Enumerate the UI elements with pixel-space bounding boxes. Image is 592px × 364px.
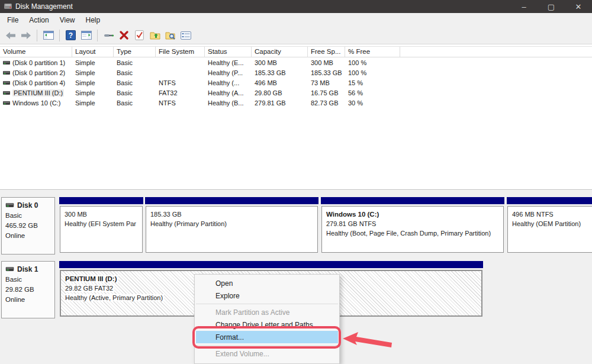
table-cell: Simple [72, 89, 114, 96]
delete-icon[interactable] [118, 29, 130, 41]
table-cell: NTFS [156, 79, 205, 86]
context-menu-item-change-drive-letter-and-paths[interactable]: Change Drive Letter and Paths... [196, 318, 338, 331]
table-cell: Basic [114, 79, 156, 86]
table-cell: 100 % [345, 69, 400, 76]
table-cell: (Disk 0 partition 1) [0, 59, 72, 66]
disk-label-box[interactable]: Disk 0Basic465.92 GBOnline [1, 197, 55, 255]
table-cell: 300 MB [308, 59, 345, 66]
table-row[interactable]: Windows 10 (C:)SimpleBasicNTFSHealthy (B… [0, 98, 592, 108]
context-menu-item-explore[interactable]: Explore [196, 289, 338, 302]
context-menu-item-mark-partition-as-active: Mark Partition as Active [196, 306, 338, 318]
disk-size: 465.92 GB [5, 221, 54, 231]
folder-search-icon[interactable] [164, 29, 176, 41]
partition-status: Healthy (OEM Partition) [512, 219, 592, 228]
volume-list-rows: (Disk 0 partition 1)SimpleBasicHealthy (… [0, 57, 592, 108]
close-button[interactable]: ✕ [565, 0, 592, 13]
menu-file[interactable]: File [2, 13, 24, 27]
toolbar-separator [59, 30, 60, 41]
table-cell: 82.73 GB [308, 99, 345, 107]
disk-status: Online [5, 231, 54, 241]
table-cell: 56 % [345, 89, 400, 96]
disk-kind: Basic [5, 275, 54, 285]
table-cell: Healthy (A... [205, 89, 252, 96]
partition-info-box: 185.33 GBHealthy (Primary Partition) [146, 206, 318, 253]
table-cell: Basic [114, 89, 156, 96]
disk-icon [5, 265, 14, 275]
table-cell: 279.81 GB [252, 99, 308, 107]
menu-separator [196, 304, 338, 304]
device-tool-icon[interactable] [102, 29, 115, 41]
table-row[interactable]: (Disk 0 partition 1)SimpleBasicHealthy (… [0, 57, 592, 67]
maximize-button[interactable]: ▢ [538, 0, 565, 13]
table-cell: Healthy (B... [205, 99, 252, 107]
column-header[interactable]: Status [205, 47, 252, 57]
partition[interactable]: 185.33 GBHealthy (Primary Partition) [145, 197, 318, 255]
properties-icon[interactable] [179, 29, 192, 41]
partition-status: Healthy (Primary Partition) [150, 219, 313, 228]
console-tree-icon[interactable] [42, 29, 54, 41]
folder-up-icon[interactable] [149, 29, 161, 41]
partition-info-box: 300 MBHealthy (EFI System Par [60, 206, 143, 253]
column-header[interactable]: % Free [345, 47, 400, 57]
partition[interactable]: 300 MBHealthy (EFI System Par [59, 197, 143, 255]
table-cell: Basic [114, 99, 156, 107]
partition-color-strip [145, 197, 318, 204]
toolbar-separator [97, 30, 98, 41]
partition-size: 185.33 GB [150, 210, 313, 219]
disk-name: Disk 0 [17, 201, 38, 211]
volume-disk-icon [3, 79, 10, 86]
table-cell: 185.33 GB [252, 69, 308, 76]
volume-disk-icon [3, 69, 10, 76]
partition-info-box: 496 MB NTFSHealthy (OEM Partition) [507, 206, 592, 253]
menu-separator [196, 345, 338, 346]
table-row[interactable]: (Disk 0 partition 4)SimpleBasicNTFSHealt… [0, 78, 592, 88]
table-cell: Simple [72, 79, 114, 86]
action-pane-icon[interactable] [80, 29, 92, 41]
toolbar: ? [0, 27, 592, 44]
partition-color-strip [321, 197, 504, 204]
table-row[interactable]: (Disk 0 partition 2)SimpleBasicHealthy (… [0, 67, 592, 78]
table-cell: 496 MB [252, 79, 308, 86]
partition[interactable]: 496 MB NTFSHealthy (OEM Partition) [507, 197, 592, 255]
help-icon[interactable]: ? [65, 29, 77, 41]
column-header[interactable]: Capacity [252, 47, 308, 57]
volume-name: (Disk 0 partition 4) [12, 79, 65, 86]
disk-label-box[interactable]: Disk 1Basic29.82 GBOnline [1, 261, 55, 318]
table-cell: NTFS [156, 99, 205, 107]
table-row[interactable]: PENTIUM III (D:)SimpleBasicFAT32Healthy … [0, 88, 592, 98]
partitions-area: 300 MBHealthy (EFI System Par185.33 GBHe… [57, 197, 592, 255]
volume-disk-icon [3, 59, 10, 66]
table-cell: 29.80 GB [252, 89, 308, 96]
menu-help[interactable]: Help [81, 13, 106, 27]
context-menu-item-format[interactable]: Format... [196, 331, 338, 343]
table-cell: 16.75 GB [308, 89, 345, 96]
table-cell: 100 % [345, 59, 400, 66]
menu-view[interactable]: View [54, 13, 81, 27]
minimize-button[interactable]: – [510, 0, 538, 13]
table-cell: Healthy (P... [205, 69, 252, 76]
column-header[interactable]: Type [114, 47, 156, 57]
table-cell: Windows 10 (C:) [0, 99, 72, 107]
table-cell: (Disk 0 partition 4) [0, 79, 72, 86]
column-header[interactable]: Free Sp... [308, 47, 345, 57]
partition-color-strip [507, 197, 592, 204]
partition-color-strip [59, 261, 483, 268]
column-header[interactable]: File System [156, 47, 205, 57]
svg-text:?: ? [69, 31, 73, 40]
table-cell: Simple [72, 69, 114, 76]
partition-size: 300 MB [65, 210, 138, 219]
partition[interactable]: Windows 10 (C:)279.81 GB NTFSHealthy (Bo… [321, 197, 504, 255]
table-cell: Basic [114, 69, 156, 76]
context-menu-item-open[interactable]: Open [196, 277, 338, 289]
check-document-icon[interactable] [133, 29, 146, 41]
column-header[interactable]: Volume [0, 47, 72, 57]
window-controls: – ▢ ✕ [510, 0, 592, 13]
window-title: Disk Management [15, 2, 73, 11]
back-icon[interactable] [4, 29, 17, 41]
volume-name: Windows 10 (C:) [12, 99, 60, 107]
table-cell: Simple [72, 99, 114, 107]
menu-action[interactable]: Action [24, 13, 54, 27]
forward-icon[interactable] [20, 29, 32, 41]
column-header[interactable]: Layout [72, 47, 114, 57]
table-cell: Healthy (E... [205, 59, 252, 66]
